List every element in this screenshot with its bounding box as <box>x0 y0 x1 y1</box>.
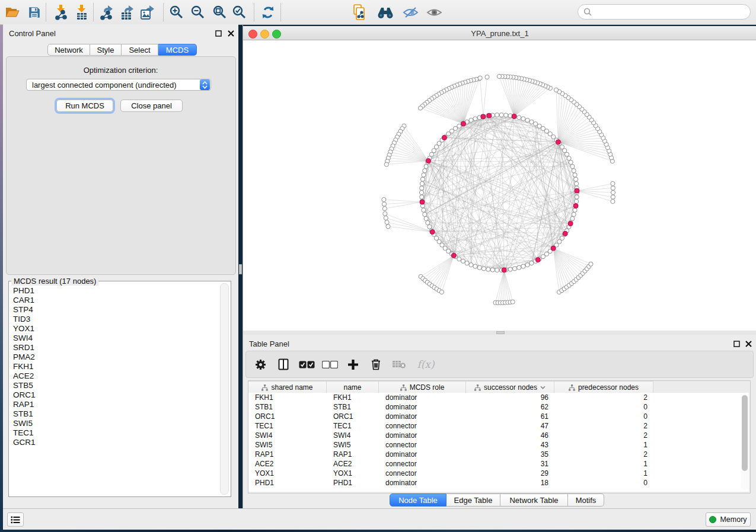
graph-mcds-node[interactable] <box>573 204 578 209</box>
graph-node[interactable] <box>575 181 579 185</box>
graph-leaf-node[interactable] <box>382 202 386 206</box>
graph-leaf-node[interactable] <box>382 197 386 201</box>
graph-node[interactable] <box>570 216 575 220</box>
graph-leaf-node[interactable] <box>478 76 482 80</box>
graph-mcds-node[interactable] <box>420 200 425 204</box>
graph-leaf-node[interactable] <box>589 262 593 266</box>
table-row[interactable]: FKH1FKH1dominator962 <box>248 393 749 402</box>
tab-edge-table[interactable]: Edge Table <box>446 493 500 507</box>
graph-leaf-node[interactable] <box>611 186 615 190</box>
graph-node[interactable] <box>423 168 427 172</box>
graph-node[interactable] <box>504 113 508 117</box>
graph-node[interactable] <box>575 199 579 203</box>
graph-node[interactable] <box>422 173 426 177</box>
zoom-fit-icon[interactable] <box>209 2 229 22</box>
graph-node[interactable] <box>521 264 525 268</box>
column-header-shared-name[interactable]: shared name <box>248 382 327 393</box>
import-table-icon[interactable] <box>72 2 92 22</box>
graph-node[interactable] <box>537 124 541 128</box>
graph-node[interactable] <box>517 116 521 120</box>
graph-leaf-node[interactable] <box>386 225 390 229</box>
graph-node[interactable] <box>508 267 512 271</box>
graph-node[interactable] <box>529 261 534 265</box>
column-header-predecessor-nodes[interactable]: predecessor nodes <box>554 382 653 393</box>
network-canvas[interactable] <box>243 40 756 331</box>
graph-leaf-node[interactable] <box>385 220 389 225</box>
graph-node[interactable] <box>473 117 477 121</box>
graph-node[interactable] <box>572 168 576 172</box>
graph-node[interactable] <box>422 208 426 212</box>
graph-leaf-node[interactable] <box>611 199 615 203</box>
graph-leaf-node[interactable] <box>611 181 615 185</box>
float-panel-icon[interactable] <box>214 29 222 37</box>
table-settings-gear-icon[interactable] <box>252 356 269 373</box>
table-row[interactable]: TEC1TEC1connector472 <box>248 421 749 431</box>
graph-node[interactable] <box>573 208 577 212</box>
table-scrollbar-thumb[interactable] <box>742 395 748 471</box>
graph-node[interactable] <box>432 149 436 153</box>
graph-node[interactable] <box>534 122 538 126</box>
graph-leaf-node[interactable] <box>439 290 444 294</box>
graph-node[interactable] <box>429 152 433 156</box>
graph-node[interactable] <box>570 164 575 168</box>
graph-node[interactable] <box>529 120 534 124</box>
graph-leaf-node[interactable] <box>382 207 387 211</box>
show-graphics-icon[interactable] <box>424 2 444 22</box>
mcds-result-item[interactable]: ORC1 <box>10 390 219 400</box>
mcds-result-item[interactable]: PHD1 <box>10 286 219 296</box>
graph-mcds-node[interactable] <box>556 140 560 145</box>
graph-node[interactable] <box>428 225 432 229</box>
graph-node[interactable] <box>457 257 461 261</box>
graph-node[interactable] <box>486 267 490 271</box>
table-row[interactable]: RAP1RAP1dominator352 <box>248 450 749 459</box>
graph-node[interactable] <box>517 265 521 270</box>
table-row[interactable]: SWI5SWI5connector431 <box>248 440 749 450</box>
refresh-icon[interactable] <box>258 2 278 22</box>
graph-mcds-node[interactable] <box>563 231 567 236</box>
export-network-icon[interactable] <box>97 2 117 22</box>
memory-button[interactable]: Memory <box>706 512 751 527</box>
hide-graphics-icon[interactable] <box>400 2 420 22</box>
tab-node-table[interactable]: Node Table <box>390 493 446 507</box>
graph-node[interactable] <box>569 160 573 164</box>
open-file-icon[interactable] <box>2 2 23 22</box>
graph-node[interactable] <box>495 113 499 117</box>
graph-node[interactable] <box>573 177 578 181</box>
graph-mcds-node[interactable] <box>535 258 540 262</box>
table-row[interactable]: SWI4SWI4dominator462 <box>248 431 749 440</box>
graph-mcds-node[interactable] <box>426 159 430 164</box>
graph-node[interactable] <box>469 262 473 267</box>
graph-mcds-node[interactable] <box>481 114 486 119</box>
graph-mcds-node[interactable] <box>461 121 466 126</box>
graph-node[interactable] <box>419 190 423 194</box>
graph-leaf-node[interactable] <box>554 88 558 92</box>
graph-node[interactable] <box>461 259 465 263</box>
binoculars-icon[interactable] <box>375 2 395 22</box>
tab-network[interactable]: Network <box>47 44 90 56</box>
graph-node[interactable] <box>490 268 495 272</box>
graph-node[interactable] <box>477 265 481 270</box>
graph-mcds-node[interactable] <box>442 135 446 140</box>
mcds-result-item[interactable]: SWI5 <box>10 419 219 428</box>
graph-mcds-node[interactable] <box>575 188 579 193</box>
table-row[interactable]: YOX1YOX1connector291 <box>248 469 749 478</box>
zoom-selected-icon[interactable] <box>229 2 249 22</box>
graph-leaf-node[interactable] <box>485 75 489 79</box>
column-header-MCDS-role[interactable]: MCDS role <box>379 382 466 393</box>
select-all-rows-icon[interactable] <box>298 356 315 373</box>
float-table-panel-icon[interactable] <box>732 339 741 348</box>
table-scrollbar[interactable] <box>741 394 748 490</box>
delete-column-icon[interactable] <box>368 356 384 373</box>
vertical-splitter[interactable] <box>239 264 242 274</box>
mcds-result-item[interactable]: TID3 <box>10 315 219 324</box>
mcds-result-item[interactable]: TEC1 <box>10 428 219 438</box>
graph-mcds-node[interactable] <box>502 268 506 273</box>
graph-node[interactable] <box>525 262 529 267</box>
horizontal-splitter[interactable] <box>243 331 756 335</box>
deselect-all-rows-icon[interactable] <box>321 356 338 373</box>
zoom-out-icon[interactable] <box>187 2 208 22</box>
zoom-in-icon[interactable] <box>166 2 186 22</box>
graph-mcds-node[interactable] <box>487 113 492 118</box>
mcds-result-item[interactable]: STB1 <box>10 409 219 419</box>
close-panel-icon[interactable] <box>227 29 235 37</box>
